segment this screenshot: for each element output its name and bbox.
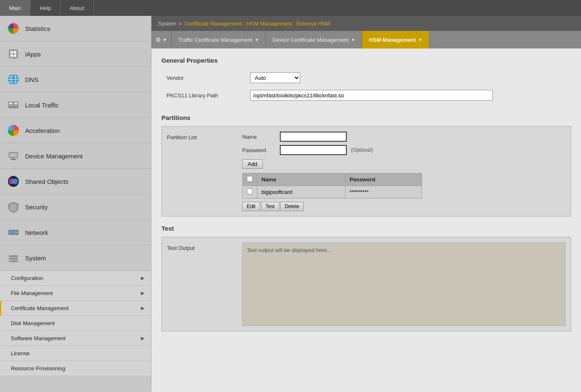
main-content: General Properties Vendor Auto nCipher S… xyxy=(151,48,581,392)
partition-table-header-row: Name Password xyxy=(243,173,422,186)
partitions-title: Partitions xyxy=(161,114,571,121)
svg-rect-24 xyxy=(9,231,11,234)
network-icon xyxy=(7,226,20,239)
vendor-label: Vendor xyxy=(161,69,245,87)
gear-tab[interactable]: ⚙ ▼ xyxy=(151,31,171,48)
sidebar-item-network[interactable]: Network xyxy=(0,220,151,245)
shared-objects-label: Shared Objects xyxy=(25,178,68,185)
svg-point-32 xyxy=(10,258,11,260)
hsm-management-label: HSM Management xyxy=(369,37,416,43)
svg-rect-26 xyxy=(14,231,16,234)
vendor-select[interactable]: Auto nCipher SafeNet xyxy=(250,72,300,83)
breadcrumb-bar: System » Certificate Management : HSM Ma… xyxy=(151,16,581,31)
sidebar-item-statistics[interactable]: Statistics xyxy=(0,16,151,41)
statistics-icon xyxy=(7,22,20,35)
disk-management-label: Disk Management xyxy=(11,320,55,326)
file-management-arrow-icon: ▶ xyxy=(141,290,144,296)
system-submenu: Configuration ▶ File Management ▶ Certif… xyxy=(0,271,151,376)
tab-hsm-management[interactable]: HSM Management ▼ xyxy=(362,31,430,48)
content-area: System » Certificate Management : HSM Ma… xyxy=(151,16,581,392)
pkcs11-input[interactable] xyxy=(250,90,493,101)
partition-right: Name Password (Optional) Add xyxy=(242,132,566,211)
partition-row-name: bigipsoftcard xyxy=(257,186,346,199)
svg-rect-19 xyxy=(10,159,16,160)
svg-point-22 xyxy=(12,178,18,184)
gear-dropdown-arrow: ▼ xyxy=(163,38,167,42)
svg-rect-12 xyxy=(9,102,13,104)
submenu-software-management[interactable]: Software Management ▶ xyxy=(0,331,151,346)
hsm-arrow-icon: ▼ xyxy=(418,38,422,42)
svg-rect-17 xyxy=(10,153,17,157)
sidebar-item-shared-objects[interactable]: Shared Objects xyxy=(0,169,151,194)
sidebar-item-acceleration[interactable]: Acceleration xyxy=(0,118,151,143)
tab-traffic-certificate[interactable]: Traffic Certificate Management ▼ xyxy=(171,31,266,48)
tab-device-certificate[interactable]: Device Certificate Management ▼ xyxy=(266,31,362,48)
partition-select-all-checkbox[interactable] xyxy=(247,176,253,182)
general-properties-title: General Properties xyxy=(161,57,571,64)
svg-point-31 xyxy=(10,255,11,257)
submenu-disk-management[interactable]: Disk Management xyxy=(0,316,151,331)
system-label: System xyxy=(25,255,46,262)
partition-row-password: ********* xyxy=(345,186,422,199)
software-management-arrow-icon: ▶ xyxy=(141,336,144,341)
security-label: Security xyxy=(25,204,48,211)
partition-name-header: Name xyxy=(257,173,346,186)
main-nav-button[interactable]: Main xyxy=(0,0,31,16)
submenu-file-management[interactable]: File Management ▶ xyxy=(0,286,151,301)
pkcs11-row: PKCS11 Library Path xyxy=(161,87,571,104)
acceleration-icon xyxy=(7,124,20,137)
local-traffic-label: Local Traffic xyxy=(25,102,59,109)
device-management-label: Device Management xyxy=(25,153,83,160)
help-nav-button[interactable]: Help xyxy=(31,0,61,16)
sidebar-item-local-traffic[interactable]: Local Traffic xyxy=(0,92,151,118)
local-traffic-icon xyxy=(7,98,20,112)
network-label: Network xyxy=(25,229,48,236)
password-field-label: Password xyxy=(242,147,276,153)
certificate-management-arrow-icon: ▶ xyxy=(141,305,144,311)
partition-name-input[interactable] xyxy=(280,132,347,142)
dns-label: DNS xyxy=(25,76,38,83)
submenu-license[interactable]: License xyxy=(0,346,151,361)
add-partition-button[interactable]: Add xyxy=(242,159,263,169)
test-output-label: Test Output xyxy=(167,242,242,326)
svg-point-27 xyxy=(16,232,18,233)
tab-bar: ⚙ ▼ Traffic Certificate Management ▼ Dev… xyxy=(151,31,581,48)
sidebar-item-dns[interactable]: DNS xyxy=(0,67,151,92)
test-partition-button[interactable]: Test xyxy=(261,202,279,211)
submenu-certificate-management[interactable]: Certificate Management ▶ xyxy=(0,301,151,316)
svg-rect-25 xyxy=(12,231,13,234)
svg-rect-4 xyxy=(10,54,13,57)
test-output-placeholder: Test output will be displayed here... xyxy=(247,247,331,253)
shared-objects-icon xyxy=(7,175,20,188)
sidebar-item-device-management[interactable]: Device Management xyxy=(0,143,151,169)
breadcrumb-separator: » xyxy=(179,20,182,27)
about-nav-button[interactable]: About xyxy=(61,0,94,16)
svg-rect-5 xyxy=(14,54,16,57)
iapps-icon xyxy=(7,47,20,61)
svg-rect-13 xyxy=(14,102,18,104)
partition-actions: Edit Test Delete xyxy=(242,202,566,211)
system-icon xyxy=(7,251,20,265)
sidebar-item-security[interactable]: Security xyxy=(0,194,151,220)
configuration-arrow-icon: ▶ xyxy=(141,275,144,281)
submenu-resource-provisioning[interactable]: Resource Provisioning xyxy=(0,361,151,376)
device-certificate-label: Device Certificate Management xyxy=(273,37,348,43)
software-management-label: Software Management xyxy=(11,335,66,341)
partition-password-input[interactable] xyxy=(280,145,347,155)
resource-provisioning-label: Resource Provisioning xyxy=(11,365,65,372)
partition-row-checkbox[interactable] xyxy=(247,188,253,194)
traffic-certificate-label: Traffic Certificate Management xyxy=(178,37,252,43)
device-cert-arrow-icon: ▼ xyxy=(351,38,355,42)
partitions-section: Partitions Partition List Name Password xyxy=(161,114,571,216)
password-field-row: Password (Optional) xyxy=(242,145,566,155)
device-management-icon xyxy=(7,149,20,163)
submenu-configuration[interactable]: Configuration ▶ xyxy=(0,271,151,286)
sidebar-item-iapps[interactable]: iApps xyxy=(0,41,151,67)
main-layout: Statistics iApps xyxy=(0,16,581,392)
edit-button[interactable]: Edit xyxy=(242,202,260,211)
breadcrumb-root: System xyxy=(158,20,176,27)
svg-rect-3 xyxy=(14,51,16,53)
statistics-label: Statistics xyxy=(25,25,50,32)
delete-button[interactable]: Delete xyxy=(280,202,304,211)
sidebar-item-system[interactable]: System xyxy=(0,245,151,271)
